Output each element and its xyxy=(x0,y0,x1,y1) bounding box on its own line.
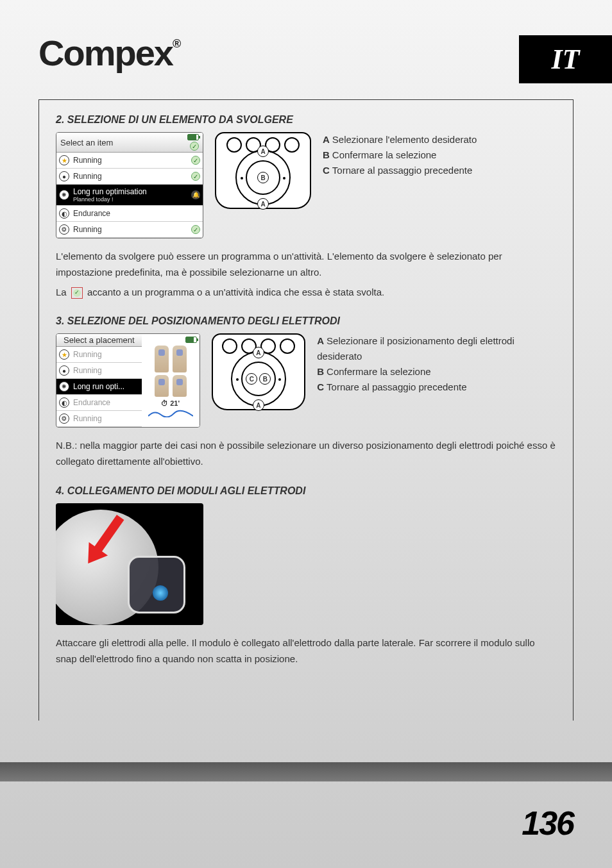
brand-logo: Compex® xyxy=(38,32,180,74)
controller-diagram: A B A xyxy=(215,132,311,209)
dot-icon xyxy=(236,378,239,381)
dot-icon xyxy=(241,177,243,179)
timer: ⏱ 21' xyxy=(161,399,180,407)
instr-a: Selezionare l'elemento desiderato xyxy=(332,134,477,145)
battery-icon xyxy=(187,134,199,140)
label-c: C xyxy=(246,373,257,385)
circle-icon: ◐ xyxy=(59,208,69,219)
list-item[interactable]: ❂ Running xyxy=(56,411,142,427)
dot-icon xyxy=(283,177,285,179)
label-b: B xyxy=(257,172,269,183)
list-item-selected[interactable]: ✺ Long run opti... xyxy=(56,379,142,395)
stopwatch-icon: ⏱ xyxy=(161,399,168,407)
check-icon: ✓ xyxy=(191,156,200,165)
item-label: Endurance xyxy=(73,398,110,407)
content-box: 2. SELEZIONE DI UN ELEMENTO DA SVOLGERE … xyxy=(38,99,574,721)
check-icon: ✓ xyxy=(191,225,200,234)
item-label: Long run opti... xyxy=(73,382,124,391)
controller-button xyxy=(226,137,242,153)
label-a: A xyxy=(253,399,264,411)
item-label: Running xyxy=(73,225,102,234)
section2-title: 2. SELEZIONE DI UN ELEMENTO DA SVOLGERE xyxy=(56,114,556,126)
module-connection-image xyxy=(56,503,203,625)
list-item[interactable]: ◐ Endurance xyxy=(56,206,203,222)
controller-button xyxy=(222,338,237,354)
select-placement-screen: Select a placement ★ Running ● Running ✺… xyxy=(56,333,200,428)
star-icon: ★ xyxy=(59,349,69,360)
inline-check-icon: ✓ xyxy=(71,287,83,299)
snap-icon xyxy=(153,585,168,601)
item-label: Running xyxy=(73,414,102,423)
wave-icon xyxy=(148,410,193,417)
item-label: Endurance xyxy=(73,209,110,218)
bell-icon: 🔔 xyxy=(191,190,200,199)
instr-c: Tornare al passaggio precedente xyxy=(332,165,472,176)
gear-icon: ❂ xyxy=(59,413,69,424)
screen-header: Select an item ✓ xyxy=(56,133,203,153)
instr-b: Confermare la selezione xyxy=(327,366,431,377)
instr-c: Tornare al passaggio precedente xyxy=(327,381,466,392)
section4-para: Attaccare gli elettrodi alla pelle. Il m… xyxy=(56,635,556,667)
select-item-screen: Select an item ✓ ★ Running ✓ ● Running ✓… xyxy=(56,132,203,238)
language-tab: IT xyxy=(519,35,612,83)
item-label: Running xyxy=(73,156,102,165)
instructions: ASelezionare l'elemento desiderato BConf… xyxy=(323,132,477,178)
screen-header-text: Select a placement xyxy=(64,335,135,345)
label-a: A xyxy=(253,347,264,358)
leg-illustration xyxy=(155,375,169,397)
section2-para2: La ✓ accanto a un programma o a un'attiv… xyxy=(56,285,556,301)
circle-icon: ◐ xyxy=(59,397,69,408)
list-item[interactable]: ★ Running ✓ xyxy=(56,153,203,169)
item-label: Running xyxy=(73,172,102,181)
registered-mark: ® xyxy=(173,37,180,50)
check-icon: ✓ xyxy=(191,172,200,181)
section3-title: 3. SELEZIONE DEL POSIZIONAMENTO DEGLI EL… xyxy=(56,315,556,327)
gear-icon: ✺ xyxy=(59,381,69,392)
placement-preview: ⏱ 21' xyxy=(142,334,200,427)
page-number: 136 xyxy=(522,804,574,842)
section3-note: N.B.: nella maggior parte dei casi non è… xyxy=(56,438,556,470)
leg-illustration xyxy=(155,346,169,372)
list-item[interactable]: ★ Running xyxy=(56,347,142,363)
instr-b: Confermare la selezione xyxy=(332,149,437,160)
brand-name: Compex xyxy=(38,33,173,73)
leg-illustration xyxy=(173,346,187,372)
section2-para1: L'elemento da svolgere può essere un pro… xyxy=(56,249,556,281)
list-item-selected[interactable]: ✺ Long run optimisation Planned today ! … xyxy=(56,185,203,206)
timer-value: 21' xyxy=(170,399,180,407)
controller-button xyxy=(280,338,295,354)
footer-bar xyxy=(0,762,612,781)
star-icon: ★ xyxy=(59,155,69,165)
controller-diagram: A C B A xyxy=(212,333,306,410)
list-item[interactable]: ● Running ✓ xyxy=(56,169,203,185)
item-label: Long run optimisation xyxy=(73,187,147,196)
list-item[interactable]: ◐ Endurance xyxy=(56,395,142,411)
instructions: ASelezionare il posizionamento degli ele… xyxy=(317,333,556,395)
controller-button xyxy=(284,137,300,153)
circle-icon: ● xyxy=(59,365,69,376)
gear-icon: ❂ xyxy=(59,224,69,235)
gear-icon: ✺ xyxy=(59,190,69,200)
label-b: B xyxy=(259,373,271,385)
instr-a: Selezionare il posizionamento degli elet… xyxy=(317,335,514,362)
label-a: A xyxy=(257,146,269,157)
screen-header: Select a placement xyxy=(56,334,142,347)
item-sub: Planned today ! xyxy=(73,196,147,203)
item-label: Running xyxy=(73,366,102,375)
label-a: A xyxy=(257,198,269,210)
leg-illustration xyxy=(173,375,187,397)
check-icon: ✓ xyxy=(190,142,199,151)
dot-icon xyxy=(278,378,281,381)
item-label: Running xyxy=(73,350,102,359)
list-item[interactable]: ● Running xyxy=(56,363,142,379)
list-item[interactable]: ❂ Running ✓ xyxy=(56,222,203,238)
circle-icon: ● xyxy=(59,171,69,181)
battery-icon xyxy=(185,337,197,343)
module-outline xyxy=(128,556,185,613)
screen-header-text: Select an item xyxy=(60,138,113,147)
section4-title: 4. COLLEGAMENTO DEI MODULI AGLI ELETTROD… xyxy=(56,485,556,497)
